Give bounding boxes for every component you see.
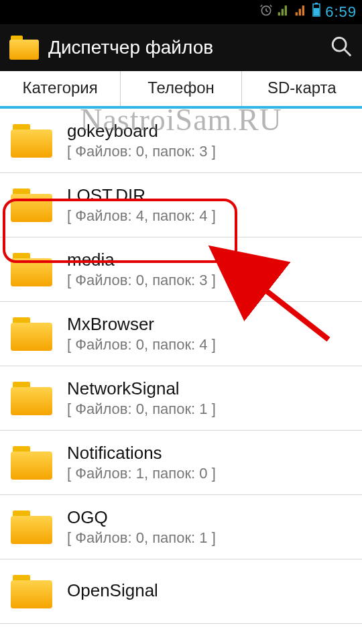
folder-name: NetworkSignal — [67, 378, 350, 399]
folder-name: Notifications — [67, 443, 350, 464]
folder-icon — [11, 511, 52, 544]
folder-name: OGQ — [67, 507, 350, 528]
battery-icon — [312, 3, 321, 21]
folder-name: media — [67, 250, 350, 270]
folder-name: LOST.DIR — [67, 185, 350, 206]
folder-icon — [11, 253, 52, 286]
list-item[interactable]: Notifications [ Файлов: 1, папок: 0 ] — [0, 431, 362, 495]
search-button[interactable] — [330, 35, 353, 60]
app-icon — [9, 36, 39, 60]
list-item[interactable]: OGQ [ Файлов: 0, папок: 1 ] — [0, 495, 362, 559]
tab-bar: Категория Телефон SD-карта — [0, 71, 362, 109]
folder-icon — [11, 575, 52, 608]
status-bar: 6:59 — [0, 0, 362, 24]
folder-icon — [11, 446, 52, 480]
folder-meta: [ Файлов: 0, папок: 3 ] — [67, 272, 350, 289]
list-item[interactable]: LOST.DIR [ Файлов: 4, папок: 4 ] — [0, 173, 362, 237]
folder-icon — [11, 189, 52, 222]
svg-line-5 — [344, 49, 351, 56]
tab-sdcard[interactable]: SD-карта — [242, 71, 362, 106]
folder-name: MxBrowser — [67, 314, 350, 335]
folder-name: gokeyboard — [67, 121, 350, 142]
svg-rect-3 — [315, 3, 318, 4]
alarm-icon — [259, 3, 273, 21]
folder-meta: [ Файлов: 4, папок: 4 ] — [67, 207, 350, 225]
list-item[interactable]: NetworkSignal [ Файлов: 0, папок: 1 ] — [0, 366, 362, 431]
folder-meta: [ Файлов: 0, папок: 4 ] — [67, 336, 350, 354]
tab-category[interactable]: Категория — [0, 71, 121, 106]
folder-name: OpenSignal — [67, 580, 350, 601]
list-item[interactable]: media [ Файлов: 0, папок: 3 ] — [0, 237, 362, 302]
svg-point-4 — [333, 38, 346, 51]
folder-icon — [11, 124, 52, 158]
signal-icon-1 — [277, 3, 290, 21]
folder-meta: [ Файлов: 0, папок: 3 ] — [67, 143, 350, 160]
app-header: Диспетчер файлов — [0, 24, 362, 71]
list-item[interactable]: OpenSignal — [0, 559, 362, 624]
tab-phone[interactable]: Телефон — [121, 71, 241, 106]
folder-icon — [11, 317, 52, 351]
folder-meta: [ Файлов: 0, папок: 1 ] — [67, 400, 350, 418]
list-item[interactable]: gokeyboard [ Файлов: 0, папок: 3 ] — [0, 109, 362, 173]
app-title: Диспетчер файлов — [48, 37, 320, 58]
status-time: 6:59 — [325, 3, 357, 21]
folder-icon — [11, 382, 52, 415]
svg-rect-2 — [314, 8, 319, 15]
folder-meta: [ Файлов: 0, папок: 1 ] — [67, 529, 350, 547]
list-item[interactable]: MxBrowser [ Файлов: 0, папок: 4 ] — [0, 302, 362, 366]
signal-icon-2 — [294, 3, 308, 21]
folder-meta: [ Файлов: 1, папок: 0 ] — [67, 465, 350, 482]
folder-list: gokeyboard [ Файлов: 0, папок: 3 ] LOST.… — [0, 109, 362, 624]
